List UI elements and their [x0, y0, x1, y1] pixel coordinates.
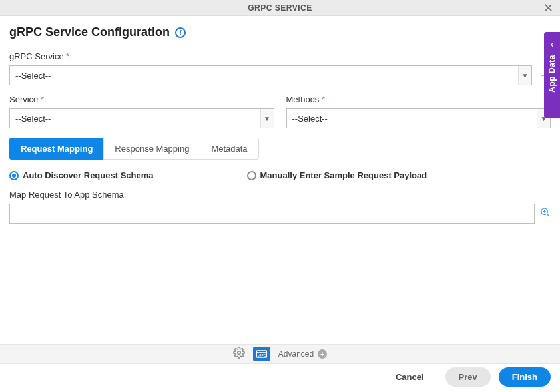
gear-icon[interactable]: [233, 347, 245, 362]
service-select-value: --Select--: [15, 114, 51, 124]
tab-request-mapping[interactable]: Request Mapping: [9, 138, 104, 160]
plus-circle-icon: +: [318, 349, 327, 359]
radio-checked-icon: [9, 171, 19, 180]
chevron-down-icon: ▼: [518, 66, 531, 85]
grpc-badge-icon[interactable]: gRPC: [253, 347, 270, 361]
radio-unchecked-icon: [247, 171, 256, 180]
advanced-toggle[interactable]: Advanced +: [278, 349, 327, 359]
info-icon[interactable]: i: [175, 27, 186, 38]
app-data-panel-toggle[interactable]: ‹ App Data: [544, 32, 560, 118]
zoom-search-icon[interactable]: [540, 207, 551, 220]
grpc-service-select-value: --Select--: [15, 71, 51, 81]
methods-select[interactable]: --Select-- ▼: [286, 108, 551, 128]
svg-point-4: [238, 351, 241, 354]
prev-button[interactable]: Prev: [445, 367, 491, 387]
footer-toolbar: gRPC Advanced +: [0, 344, 560, 364]
tab-response-mapping[interactable]: Response Mapping: [103, 138, 200, 160]
tab-metadata[interactable]: Metadata: [200, 138, 258, 160]
map-request-label: Map Request To App Schema:: [9, 190, 551, 200]
grpc-service-select[interactable]: --Select-- ▼: [9, 65, 532, 85]
radio-auto-discover[interactable]: Auto Discover Request Schema: [9, 170, 154, 180]
close-icon[interactable]: ✕: [541, 1, 555, 15]
page-title: gRPC Service Configuration: [9, 25, 170, 39]
cancel-button[interactable]: Cancel: [382, 367, 437, 387]
chevron-left-icon: ‹: [551, 39, 554, 49]
tab-bar: Request Mapping Response Mapping Metadat…: [9, 138, 551, 160]
finish-button[interactable]: Finish: [499, 367, 551, 387]
methods-label: Methods *:: [286, 95, 551, 104]
dialog-header: GRPC SERVICE ✕: [0, 0, 560, 16]
app-data-label: App Data: [547, 55, 557, 93]
svg-text:gRPC: gRPC: [258, 354, 266, 357]
svg-line-1: [547, 214, 549, 216]
methods-select-value: --Select--: [292, 114, 328, 124]
map-request-input[interactable]: [9, 204, 535, 224]
service-select[interactable]: --Select-- ▼: [9, 108, 274, 128]
footer-buttons: Cancel Prev Finish: [382, 367, 551, 387]
dialog-title: GRPC SERVICE: [248, 3, 312, 13]
grpc-service-label: gRPC Service *:: [9, 51, 551, 61]
radio-manual-entry[interactable]: Manually Enter Sample Request Payload: [247, 170, 427, 180]
chevron-down-icon: ▼: [260, 109, 274, 128]
service-label: Service *:: [9, 95, 274, 104]
